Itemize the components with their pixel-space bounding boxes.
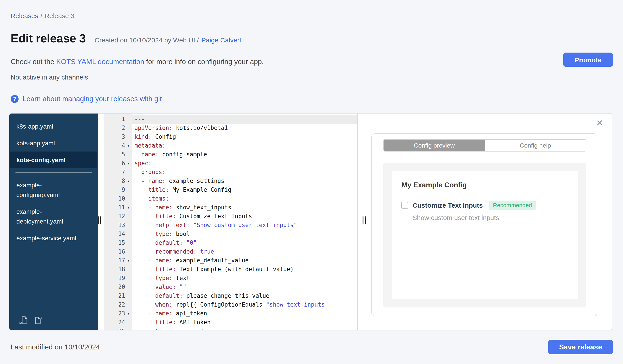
fold-toggle-icon[interactable]: ▾: [125, 309, 132, 318]
token-key: name:: [141, 151, 158, 158]
code-line-20[interactable]: value: "": [132, 283, 357, 292]
promote-button[interactable]: Promote: [563, 53, 613, 67]
file-item-kots-app-yaml[interactable]: kots-app.yaml: [9, 135, 98, 152]
code-line-25[interactable]: type: password: [132, 327, 357, 330]
docs-prefix: Check out the: [11, 58, 56, 65]
token-key: type:: [155, 275, 173, 281]
file-list-divider: [16, 172, 92, 173]
token-key: default:: [155, 292, 183, 299]
code-line-18[interactable]: title: Text Example (with default value): [132, 265, 357, 274]
breadcrumb-current: Release 3: [44, 12, 74, 20]
last-modified-text: Last modified on 10/10/2024: [11, 343, 100, 351]
upload-file-icon[interactable]: [19, 316, 28, 325]
token-plain: [134, 169, 141, 175]
author-link[interactable]: Paige Calvert: [201, 36, 241, 44]
code-line-6[interactable]: spec:: [132, 159, 357, 168]
gutter-line-9: 9: [104, 185, 132, 194]
token-doc: ---: [134, 116, 145, 122]
token-plain: [134, 178, 141, 184]
fold-spacer: [125, 212, 132, 221]
sidebar-resize-handle[interactable]: [98, 217, 101, 224]
token-plain: kots.io/v1beta1: [173, 124, 228, 131]
code-line-13[interactable]: help_text: "Show custom user text inputs…: [132, 221, 357, 230]
line-number: 7: [104, 168, 125, 177]
file-item-kots-config-yaml[interactable]: kots-config.yaml: [10, 152, 97, 168]
gutter-line-3: 3: [104, 133, 132, 141]
code-line-10[interactable]: items:: [132, 194, 357, 203]
code-line-3[interactable]: kind: Config: [132, 133, 357, 141]
docs-line: Check out the KOTS YAML documentation fo…: [11, 58, 264, 66]
token-plain: [183, 240, 186, 246]
code-line-2[interactable]: apiVersion: kots.io/v1beta1: [132, 124, 357, 133]
file-item-k8s-app-yaml[interactable]: k8s-app.yaml: [9, 118, 98, 135]
token-plain: [134, 301, 155, 308]
line-number: 10: [104, 194, 125, 203]
fold-toggle-icon[interactable]: ▾: [125, 256, 132, 265]
gutter-line-16: 16: [104, 247, 132, 256]
code-line-1[interactable]: ---: [132, 115, 357, 124]
yaml-code-editor[interactable]: ---apiVersion: kots.io/v1beta1kind: Conf…: [132, 114, 357, 330]
fold-toggle-icon[interactable]: ▾: [125, 141, 132, 150]
config-preview-panel: ✕ Config preview Config help My Example …: [357, 114, 612, 330]
code-line-8[interactable]: - name: example_settings: [132, 177, 357, 185]
channel-status: Not active in any channels: [11, 73, 88, 81]
tab-config-help[interactable]: Config help: [485, 140, 586, 151]
config-item-label[interactable]: Customize Text Inputs: [413, 202, 483, 209]
token-key: title:: [155, 266, 176, 273]
fold-toggle-icon[interactable]: ▾: [125, 177, 132, 185]
code-line-17[interactable]: - name: example_default_value: [132, 256, 357, 265]
code-line-19[interactable]: type: text: [132, 274, 357, 283]
line-number: 20: [104, 283, 125, 292]
breadcrumb-releases-link[interactable]: Releases: [11, 12, 38, 20]
new-file-icon[interactable]: [34, 316, 43, 325]
code-line-21[interactable]: default: please change this value: [132, 292, 357, 300]
file-item-example-configmap-yaml[interactable]: example-configmap.yaml: [9, 177, 98, 203]
line-number: 24: [104, 318, 125, 327]
token-key: name:: [155, 257, 173, 264]
code-line-11[interactable]: - name: show_text_inputs: [132, 203, 357, 212]
token-key: name:: [155, 310, 173, 317]
code-line-23[interactable]: - name: api_token: [132, 309, 357, 318]
fold-toggle-icon[interactable]: ▾: [125, 159, 132, 168]
token-plain: [134, 257, 148, 264]
token-key: default:: [155, 240, 183, 246]
token-plain: Text Example (with default value): [176, 266, 294, 273]
file-item-example-service-yaml[interactable]: example-service.yaml: [9, 230, 98, 246]
line-number: 19: [104, 274, 125, 283]
line-number: 6: [104, 159, 125, 168]
tab-config-preview[interactable]: Config preview: [384, 140, 485, 151]
git-help-row: ? Learn about managing your releases wit…: [11, 95, 162, 103]
token-plain: api_token: [173, 310, 207, 317]
gutter-line-14: 14: [104, 230, 132, 239]
line-number: 14: [104, 230, 125, 239]
code-line-4[interactable]: metadata:: [132, 141, 357, 150]
save-release-button[interactable]: Save release: [548, 340, 613, 354]
close-icon[interactable]: ✕: [596, 119, 603, 127]
token-str: "show_text_inputs": [266, 301, 328, 308]
gutter-line-23: 23▾: [104, 309, 132, 318]
token-plain: [134, 222, 155, 228]
code-line-24[interactable]: title: API token: [132, 318, 357, 327]
code-line-7[interactable]: groups:: [132, 168, 357, 177]
code-line-15[interactable]: default: "0": [132, 239, 357, 247]
git-releases-link[interactable]: Learn about managing your releases with …: [22, 95, 162, 103]
kots-yaml-docs-link[interactable]: KOTS YAML documentation: [56, 58, 144, 65]
fold-spacer: [125, 318, 132, 327]
fold-spacer: [125, 300, 132, 309]
line-number: 21: [104, 292, 125, 300]
created-info: Created on 10/10/2024 by Web UI / Paige …: [95, 36, 242, 44]
code-line-12[interactable]: title: Customize Text Inputs: [132, 212, 357, 221]
file-item-example-deployment-yaml[interactable]: example-deployment.yaml: [9, 203, 98, 230]
code-line-9[interactable]: title: My Example Config: [132, 185, 357, 194]
code-line-22[interactable]: when: repl{{ ConfigOptionEquals "show_te…: [132, 300, 357, 309]
preview-resize-handle[interactable]: [363, 217, 366, 224]
code-line-5[interactable]: name: config-sample: [132, 150, 357, 159]
token-dash: -: [148, 204, 155, 211]
fold-toggle-icon[interactable]: ▾: [125, 203, 132, 212]
code-line-16[interactable]: recommended: true: [132, 247, 357, 256]
customize-text-inputs-checkbox[interactable]: [401, 202, 408, 208]
token-key: spec:: [134, 160, 152, 166]
code-line-14[interactable]: type: bool: [132, 230, 357, 239]
fold-spacer: [125, 283, 132, 292]
token-key: title:: [148, 186, 169, 193]
